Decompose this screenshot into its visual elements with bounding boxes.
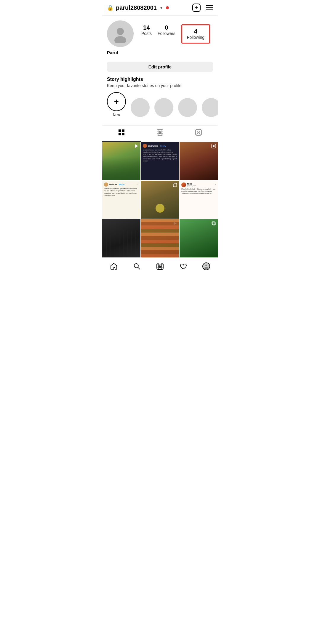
profile-section: 14 Posts 0 Followers 4 Following Parul <box>102 16 218 57</box>
grid-item-8[interactable] <box>141 219 179 257</box>
highlights-row: + New <box>107 92 213 117</box>
notification-dot <box>166 6 169 9</box>
reel-indicator-1 <box>134 144 139 149</box>
highlight-item-3[interactable] <box>178 98 197 117</box>
new-highlight-circle[interactable]: + <box>107 92 126 111</box>
nav-profile[interactable] <box>199 261 214 271</box>
header-left: 🔒 parul28082001 ▾ <box>107 4 192 11</box>
grid-item-9[interactable] <box>180 219 218 257</box>
edit-profile-button[interactable]: Edit profile <box>107 62 213 72</box>
posts-label: Posts <box>141 31 152 36</box>
highlights-title: Story highlights <box>107 77 213 82</box>
header: 🔒 parul28082001 ▾ + <box>102 0 218 16</box>
grid-item-6[interactable]: hrishi @ruudyroon ▾ Miss Holi in India &… <box>180 181 218 219</box>
plus-icon: + <box>195 5 198 11</box>
nav-search[interactable] <box>129 261 144 271</box>
grid-item-2[interactable]: owlmylove Follow no one tells you how mu… <box>141 142 179 180</box>
tab-reels[interactable] <box>141 126 179 142</box>
highlight-circle-2 <box>154 98 173 117</box>
profile-row: 14 Posts 0 Followers 4 Following <box>107 20 213 47</box>
heart-icon <box>179 262 187 270</box>
highlight-circle-3 <box>178 98 197 117</box>
menu-line-3 <box>206 9 213 10</box>
profile-nav-circle <box>202 262 210 270</box>
bottom-nav <box>102 257 218 277</box>
highlights-section: Story highlights Keep your favorite stor… <box>102 72 218 119</box>
nav-home[interactable] <box>106 261 121 271</box>
new-highlight-item[interactable]: + New <box>107 92 126 117</box>
followers-label: Followers <box>158 31 175 36</box>
svg-marker-32 <box>159 265 161 267</box>
reels-nav-icon <box>156 262 164 270</box>
reels-icon <box>157 129 163 137</box>
layers-indicator-5 <box>172 182 177 188</box>
add-content-button[interactable]: + <box>192 4 201 12</box>
svg-point-33 <box>205 265 207 266</box>
profile-name: Parul <box>107 50 213 55</box>
nav-activity[interactable] <box>176 261 191 271</box>
followers-count: 0 <box>165 24 168 31</box>
username[interactable]: parul28082001 <box>116 4 157 11</box>
highlight-circle-1 <box>131 98 150 117</box>
posts-grid: owlmylove Follow no one tells you how mu… <box>102 142 218 257</box>
highlight-item-4[interactable] <box>202 98 218 117</box>
stats-row: 14 Posts 0 Followers 4 Following <box>138 24 213 44</box>
posts-stat[interactable]: 14 Posts <box>141 24 152 44</box>
grid-item-3[interactable] <box>180 142 218 180</box>
grid-item-4[interactable]: radishnt Follow ··· "but what if my frie… <box>102 181 140 219</box>
grid-item-1[interactable] <box>102 142 140 180</box>
svg-rect-4 <box>119 133 121 135</box>
reel-indicator-3 <box>211 144 216 150</box>
nav-reels[interactable] <box>153 261 167 271</box>
svg-point-14 <box>198 131 199 133</box>
svg-marker-18 <box>213 145 215 147</box>
svg-rect-5 <box>122 133 124 135</box>
tagged-icon <box>195 129 202 137</box>
followers-stat[interactable]: 0 Followers <box>158 24 175 44</box>
highlight-item-2[interactable] <box>154 98 173 117</box>
home-icon <box>110 262 118 270</box>
svg-rect-3 <box>122 129 124 132</box>
plus-icon: + <box>114 97 119 106</box>
following-count: 4 <box>194 28 197 35</box>
menu-button[interactable] <box>206 5 213 10</box>
svg-marker-15 <box>135 144 138 148</box>
posts-count: 14 <box>143 24 150 31</box>
tab-bar <box>102 125 218 142</box>
menu-line-2 <box>206 7 213 8</box>
new-highlight-label: New <box>113 113 120 117</box>
following-stat[interactable]: 4 Following <box>181 24 210 44</box>
avatar[interactable] <box>107 20 134 47</box>
search-icon <box>133 262 141 270</box>
svg-point-1 <box>114 36 126 43</box>
layers-indicator-9 <box>211 221 216 227</box>
highlight-item-1[interactable] <box>131 98 150 117</box>
lock-icon: 🔒 <box>107 4 113 11</box>
grid-item-5[interactable] <box>141 181 179 219</box>
svg-rect-13 <box>196 129 201 135</box>
header-right: + <box>192 4 213 12</box>
svg-line-25 <box>138 267 140 270</box>
tab-grid[interactable] <box>102 126 141 142</box>
following-label: Following <box>187 35 204 40</box>
highlight-circle-4 <box>202 98 218 117</box>
svg-point-34 <box>204 267 208 269</box>
chevron-down-icon[interactable]: ▾ <box>160 5 162 10</box>
svg-rect-2 <box>119 129 121 132</box>
avatar-svg <box>111 25 129 43</box>
menu-line-1 <box>206 5 213 6</box>
svg-point-0 <box>117 28 124 35</box>
highlights-subtitle: Keep your favorite stories on your profi… <box>107 83 213 88</box>
grid-icon <box>118 129 125 137</box>
tab-tagged[interactable] <box>179 126 218 142</box>
grid-item-7[interactable] <box>102 219 140 257</box>
